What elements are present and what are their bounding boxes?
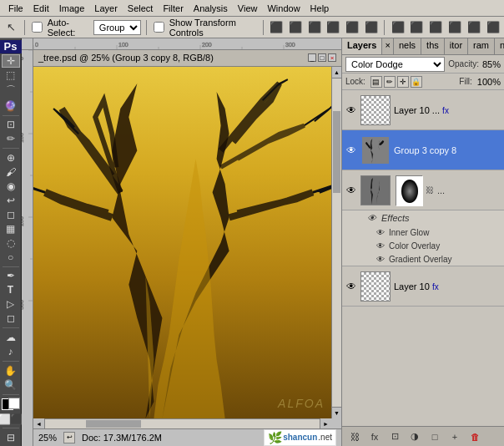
layer-visibility-toggle[interactable]: 👁 (345, 281, 357, 292)
distribute-6-icon[interactable]: ⬛ (485, 18, 501, 37)
canvas-minimize[interactable]: _ (308, 53, 316, 62)
gradient-tool[interactable]: ▦ (2, 222, 20, 236)
opacity-value[interactable]: 85% (482, 59, 501, 69)
audio-tool[interactable]: ♪ (2, 345, 20, 358)
layer-item[interactable]: 👁 (342, 170, 504, 210)
new-group-button[interactable]: □ (427, 429, 442, 444)
layer-visibility-toggle[interactable]: 👁 (345, 185, 357, 196)
lock-transparent-icon[interactable]: ▤ (370, 76, 382, 88)
canvas-content[interactable]: ALFOA ▲ ▼ (33, 67, 341, 418)
align-top-icon[interactable]: ⬛ (325, 18, 341, 37)
distribute-h-icon[interactable]: ⬛ (390, 18, 406, 37)
canvas-close[interactable]: × (328, 53, 336, 62)
scroll-right[interactable]: ► (320, 418, 331, 428)
effect-visibility[interactable]: 👁 (375, 241, 386, 251)
effect-visibility[interactable]: 👁 (375, 254, 386, 264)
layer-item[interactable]: 👁 Layer 10 ... fx (342, 90, 504, 130)
effect-item[interactable]: 👁 Gradient Overlay (342, 252, 504, 266)
menu-image[interactable]: Image (54, 2, 90, 15)
standard-mode[interactable]: ⬜ (0, 413, 10, 425)
layer-visibility-toggle[interactable]: 👁 (345, 144, 357, 156)
add-mask-button[interactable]: ⊡ (387, 429, 402, 444)
scroll-down[interactable]: ▼ (332, 407, 342, 418)
fill-value[interactable]: 100% (477, 77, 501, 87)
zoom-tool[interactable]: 🔍 (2, 378, 20, 392)
tab-layers[interactable]: Layers (342, 38, 382, 54)
blend-mode-select[interactable]: Color Dodge Normal Multiply Screen Overl… (345, 57, 445, 72)
effect-item[interactable]: 👁 Color Overlay (342, 239, 504, 252)
brush-tool[interactable]: 🖌 (2, 165, 20, 179)
canvas-maximize[interactable]: □ (318, 53, 326, 62)
menu-view[interactable]: View (233, 2, 263, 15)
new-layer-button[interactable]: + (447, 429, 462, 444)
foreground-color[interactable] (2, 398, 20, 409)
shape-tool[interactable]: ◻ (2, 312, 20, 325)
type-tool[interactable]: T (2, 283, 20, 296)
new-fill-button[interactable]: ◑ (407, 429, 422, 444)
horizontal-scrollbar[interactable]: ◄ ► (33, 418, 331, 428)
show-transform-checkbox[interactable] (154, 22, 164, 33)
delete-layer-button[interactable]: 🗑 (467, 429, 482, 444)
tab-actions[interactable]: ram (468, 38, 495, 54)
screen-mode[interactable]: ⊟ (2, 431, 20, 444)
path-selection-tool[interactable]: ▷ (2, 297, 20, 311)
distribute-4-icon[interactable]: ⬛ (447, 18, 463, 37)
tab-close[interactable]: × (382, 38, 393, 54)
tab-channels[interactable]: nels (394, 38, 421, 54)
align-left-icon[interactable]: ⬛ (269, 18, 285, 37)
autoselect-checkbox[interactable] (32, 22, 43, 33)
hand-tool[interactable]: ✋ (2, 364, 20, 378)
selection-tool[interactable]: ⬚ (2, 68, 20, 82)
pen-tool[interactable]: ✒ (2, 269, 20, 282)
layer-item[interactable]: 👁 Group 3 copy 8 (342, 130, 504, 170)
lock-pixels-icon[interactable]: ✏ (384, 76, 396, 88)
menu-layer[interactable]: Layer (89, 2, 123, 15)
scroll-thumb-v[interactable] (333, 111, 340, 193)
link-layers-button[interactable]: ⛓ (347, 429, 362, 444)
dodge-tool[interactable]: ○ (2, 251, 20, 264)
tab-history[interactable]: itor (445, 38, 468, 54)
quick-mask-mode[interactable]: ⬛ (12, 413, 22, 425)
align-right-icon[interactable]: ⬛ (306, 18, 322, 37)
autoselect-select[interactable]: Group Layer (93, 20, 141, 35)
crop-tool[interactable]: ⊡ (2, 118, 20, 131)
lock-all-icon[interactable]: 🔒 (411, 76, 422, 88)
align-bottom-icon[interactable]: ⬛ (364, 18, 380, 37)
tab-paths[interactable]: ths (421, 38, 445, 54)
eraser-tool[interactable]: ◻ (2, 208, 20, 221)
scroll-up[interactable]: ▲ (332, 67, 342, 79)
effect-item[interactable]: 👁 Inner Glow (342, 226, 504, 239)
menu-filter[interactable]: Filter (158, 2, 188, 15)
distribute-v-icon[interactable]: ⬛ (409, 18, 425, 37)
move-tool-icon[interactable]: ↖ (3, 18, 19, 37)
scroll-thumb-h[interactable] (86, 420, 141, 428)
heal-tool[interactable]: ⊕ (2, 151, 20, 165)
lock-position-icon[interactable]: ✛ (397, 76, 409, 88)
quick-select-tool[interactable]: 🔮 (2, 99, 20, 113)
effect-visibility[interactable]: 👁 (375, 227, 386, 237)
scroll-left[interactable]: ◄ (33, 418, 45, 428)
align-middle-icon[interactable]: ⬛ (345, 18, 360, 37)
stamp-tool[interactable]: ◉ (2, 180, 20, 193)
notes-tool[interactable]: ☁ (2, 331, 20, 344)
menu-select[interactable]: Select (123, 2, 159, 15)
layer-visibility-toggle[interactable]: 👁 (345, 104, 357, 116)
zoom-indicator[interactable]: ↩ (63, 432, 75, 443)
distribute-5-icon[interactable]: ⬛ (466, 18, 481, 37)
eyedropper-tool[interactable]: ✏ (2, 132, 20, 145)
tab-info[interactable]: nfo (495, 38, 504, 54)
menu-analysis[interactable]: Analysis (189, 2, 233, 15)
blur-tool[interactable]: ◌ (2, 236, 20, 250)
distribute-3-icon[interactable]: ⬛ (428, 18, 444, 37)
menu-edit[interactable]: Edit (28, 2, 54, 15)
menu-help[interactable]: Help (305, 2, 335, 15)
lasso-tool[interactable]: ⌒ (2, 83, 20, 99)
add-style-button[interactable]: fx (367, 429, 382, 444)
menu-window[interactable]: Window (262, 2, 305, 15)
menu-file[interactable]: File (3, 2, 28, 15)
vertical-scrollbar[interactable]: ▲ ▼ (331, 67, 341, 418)
align-center-icon[interactable]: ⬛ (287, 18, 303, 37)
history-tool[interactable]: ↩ (2, 194, 20, 207)
layer-item[interactable]: 👁 Layer 10 fx (342, 266, 504, 307)
move-tool[interactable]: ✛ (2, 54, 20, 68)
